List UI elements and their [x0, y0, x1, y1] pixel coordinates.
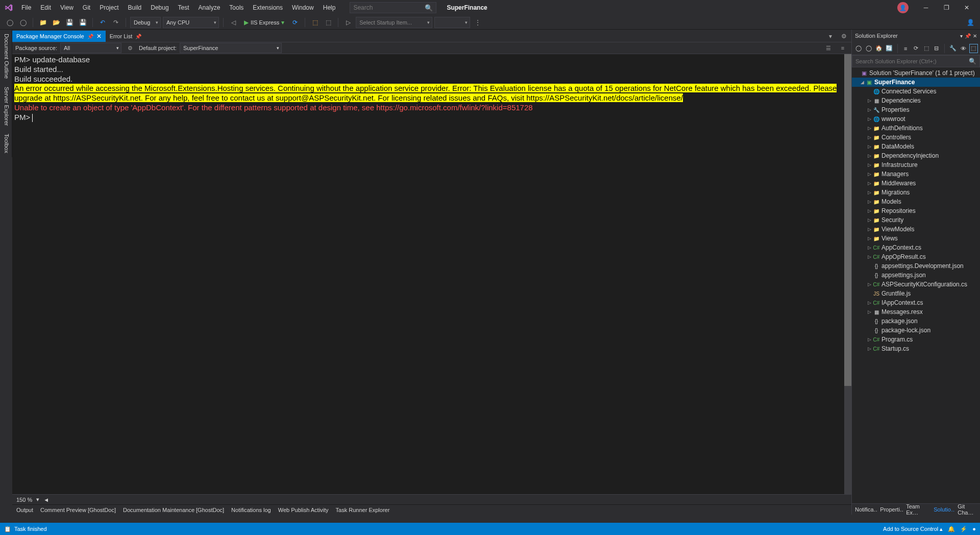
se-sync-icon[interactable]: 🔄	[885, 44, 894, 53]
expand-icon[interactable]: ▷	[866, 236, 872, 241]
expand-icon[interactable]: ▷	[866, 98, 872, 103]
close-tab-icon[interactable]: ✕	[96, 33, 102, 40]
browser-link-icon[interactable]: ⬚	[309, 17, 321, 28]
menu-tools[interactable]: Tools	[225, 2, 248, 13]
pin-icon[interactable]: 📌	[135, 34, 141, 39]
menu-help[interactable]: Help	[319, 2, 340, 13]
expand-icon[interactable]: ▷	[866, 282, 872, 287]
pmc-project-dropdown[interactable]: SuperFinance	[180, 43, 282, 53]
save-all-icon[interactable]: 💾	[77, 17, 88, 28]
expand-icon[interactable]: ▷	[866, 309, 872, 314]
expand-icon[interactable]: ▷	[866, 337, 872, 342]
expand-icon[interactable]: ▷	[866, 144, 872, 149]
tree-item[interactable]: ▷📁Infrastructure	[852, 160, 980, 169]
solution-explorer-search-input[interactable]	[855, 58, 969, 64]
btab-notif-log[interactable]: Notifications log	[231, 507, 271, 513]
solution-explorer-search[interactable]: 🔍	[852, 55, 980, 67]
pmc-settings-icon[interactable]: ⚙	[125, 42, 136, 54]
expand-icon[interactable]: ▷	[866, 107, 872, 112]
console-output[interactable]: PM> update-database Build started... Bui…	[12, 54, 851, 494]
minimize-button[interactable]: ─	[916, 0, 936, 15]
expand-icon[interactable]: ▷	[866, 126, 872, 131]
config-dropdown[interactable]: Debug	[130, 17, 161, 28]
status-indicator-icon[interactable]: ●	[972, 526, 976, 532]
btab-task-runner[interactable]: Task Runner Explorer	[336, 507, 390, 513]
expand-icon[interactable]: ▷	[866, 116, 872, 121]
tree-item[interactable]: ▷📁Migrations	[852, 188, 980, 197]
tree-item[interactable]: ▷📁Models	[852, 197, 980, 206]
btab-web-publish[interactable]: Web Publish Activity	[278, 507, 329, 513]
tree-item[interactable]: ▷▦Dependencies	[852, 96, 980, 105]
tree-item[interactable]: ▷📁AuthDefinitions	[852, 124, 980, 133]
panel-dropdown-icon[interactable]: ▾	[960, 33, 963, 39]
zoom-level[interactable]: 150 %	[16, 497, 32, 503]
se-back-icon[interactable]: ◯	[854, 44, 863, 53]
se-fwd-icon[interactable]: ◯	[864, 44, 873, 53]
undo-icon[interactable]: ↶	[97, 17, 108, 28]
console-scrollbar[interactable]	[844, 54, 851, 494]
rail-server-explorer[interactable]: Server Explorer	[0, 83, 12, 130]
tree-item[interactable]: ▷📁Views	[852, 234, 980, 243]
tree-item[interactable]: ▷📁Controllers	[852, 133, 980, 142]
tree-item[interactable]: ▷▦Messages.resx	[852, 307, 980, 317]
refresh-icon[interactable]: ⟳	[289, 17, 301, 28]
pmc-source-dropdown[interactable]: All	[60, 43, 121, 53]
tree-item[interactable]: ▷C#AppContext.cs	[852, 243, 980, 252]
search-input[interactable]	[353, 4, 425, 11]
zoom-slider[interactable]: ◄	[43, 497, 49, 503]
tree-item[interactable]: ▷C#IAppContext.cs	[852, 298, 980, 307]
expand-icon[interactable]: ▷	[866, 254, 872, 259]
tree-item[interactable]: ▷📁ViewModels	[852, 225, 980, 234]
source-control-button[interactable]: Add to Source Control ▴	[883, 526, 943, 532]
tree-project[interactable]: ◢ ▣ SuperFinance	[852, 78, 980, 87]
redo-icon[interactable]: ↷	[110, 17, 121, 28]
tab-pmc[interactable]: Package Manager Console 📌 ✕	[12, 31, 106, 42]
platform-dropdown[interactable]: Any CPU	[163, 17, 219, 28]
se-filter-icon[interactable]: ≡	[901, 44, 910, 53]
btab-doc-maint[interactable]: Documentation Maintenance [GhostDoc]	[123, 507, 224, 513]
pmc-wrap-icon[interactable]: ≡	[837, 42, 848, 54]
tab-dropdown-icon[interactable]: ▾	[825, 31, 836, 42]
start-without-icon[interactable]: ▷	[342, 17, 354, 28]
rail-toolbox[interactable]: Toolbox	[0, 130, 12, 157]
expand-icon[interactable]: ▷	[866, 300, 872, 305]
se-collapse-icon[interactable]: ⊟	[932, 44, 941, 53]
menu-file[interactable]: File	[17, 2, 35, 13]
menu-window[interactable]: Window	[288, 2, 318, 13]
tree-item[interactable]: ▷📁Managers	[852, 169, 980, 179]
expand-icon[interactable]: ▷	[866, 346, 872, 351]
overflow-icon[interactable]: ⋮	[472, 17, 483, 28]
expand-icon[interactable]: ▷	[866, 245, 872, 250]
tab-settings-icon[interactable]: ⚙	[838, 31, 849, 42]
collapse-icon[interactable]: ◢	[859, 80, 865, 85]
menu-test[interactable]: Test	[174, 2, 193, 13]
expand-icon[interactable]: ▷	[866, 199, 872, 204]
sbt-properties[interactable]: Properti…	[877, 504, 903, 515]
tree-item[interactable]: ▷🔧Properties	[852, 105, 980, 114]
nav-fwd-icon[interactable]: ◯	[17, 17, 29, 28]
live-share-icon[interactable]: 👤	[965, 17, 976, 28]
open-file-icon[interactable]: 📂	[51, 17, 62, 28]
se-preview-icon[interactable]: 👁	[959, 44, 968, 53]
tree-item[interactable]: ▷📁Middlewares	[852, 179, 980, 188]
rail-doc-outline[interactable]: Document Outline	[0, 30, 12, 83]
notification-bell-icon[interactable]: 🔔	[948, 526, 955, 532]
se-refresh-icon[interactable]: ⟳	[912, 44, 920, 53]
se-props-icon[interactable]: 🔧	[948, 44, 957, 53]
expand-icon[interactable]: ▷	[866, 153, 872, 158]
misc-dropdown[interactable]	[434, 17, 470, 28]
menu-build[interactable]: Build	[124, 2, 146, 13]
maximize-button[interactable]: ❐	[936, 0, 957, 15]
tree-solution[interactable]: ▣ Solution 'SuperFinance' (1 of 1 projec…	[852, 68, 980, 78]
se-view-icon[interactable]: ⬚	[969, 44, 978, 53]
menu-git[interactable]: Git	[79, 2, 94, 13]
pin-icon[interactable]: 📌	[87, 34, 93, 39]
sbt-solution-explorer[interactable]: Solutio…	[930, 504, 954, 515]
tree-item[interactable]: JSGruntfile.js	[852, 289, 980, 298]
tree-item[interactable]: ▷C#ASPSecurityKitConfiguration.cs	[852, 280, 980, 289]
tree-item[interactable]: ▷C#AppOpResult.cs	[852, 252, 980, 261]
step-back-icon[interactable]: ◁	[228, 17, 239, 28]
tree-item[interactable]: ▷📁Security	[852, 215, 980, 225]
save-icon[interactable]: 💾	[64, 17, 75, 28]
expand-icon[interactable]: ▷	[866, 217, 872, 223]
